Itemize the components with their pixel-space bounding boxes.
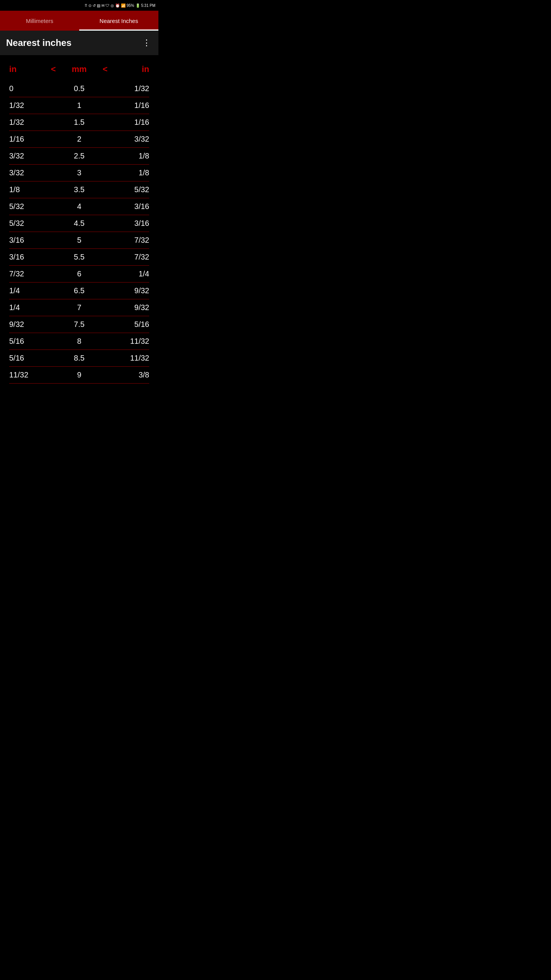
cell-in-lower: 1/8 [9,185,46,194]
table-row: 3/32 3 1/8 [9,165,149,181]
table-row: 5/16 8.5 11/32 [9,350,149,367]
tab-bar: Millimeters Nearest Inches [0,11,158,31]
cell-in-upper: 9/32 [113,286,149,295]
cell-mm: 2.5 [61,152,97,160]
cell-in-lower: 1/32 [9,101,46,110]
cell-in-upper: 1/8 [113,168,149,177]
cell-mm: 8.5 [61,354,97,363]
cell-in-upper: 1/16 [113,118,149,127]
cell-in-upper: 1/4 [113,270,149,278]
cell-mm: 8 [61,337,97,346]
col-header-in-left: in [9,64,46,74]
time-display: 5:31 PM [141,3,155,8]
cell-mm: 2 [61,135,97,144]
cell-mm: 9 [61,371,97,379]
cell-in-upper: 5/32 [113,185,149,194]
status-bar: ⠿ ⊙ ↺ ▨ ✉ 🛡 ◎ ⏰ 📶 95% 🔋 5:31 PM [0,0,158,11]
table-rows: 0 0.5 1/32 1/32 1 1/16 1/32 1.5 1/16 1/1… [9,80,149,384]
cell-in-lower: 1/16 [9,135,46,144]
cell-in-upper: 11/32 [113,337,149,346]
cell-in-lower: 3/16 [9,236,46,245]
cell-mm: 0.5 [61,84,97,93]
table-row: 0 0.5 1/32 [9,80,149,97]
cell-mm: 6 [61,270,97,278]
table-row: 1/16 2 3/32 [9,131,149,148]
refresh-icon: ↺ [93,3,96,8]
cell-in-lower: 1/4 [9,286,46,295]
cell-in-lower: 1/4 [9,303,46,312]
table-row: 1/32 1 1/16 [9,97,149,114]
table-row: 3/32 2.5 1/8 [9,148,149,165]
circle-icon: ⊙ [88,3,91,8]
cell-in-lower: 0 [9,84,46,93]
cell-in-lower: 5/16 [9,337,46,346]
clock-icon: ⏰ [115,3,120,8]
cell-mm: 3.5 [61,185,97,194]
menu-icon: ⠿ [85,3,87,8]
cell-in-lower: 3/16 [9,253,46,261]
image-icon: ▨ [97,3,100,8]
cell-in-upper: 3/32 [113,135,149,144]
page-title: Nearest inches [6,38,72,48]
cell-in-upper: 3/16 [113,219,149,228]
cell-mm: 1 [61,101,97,110]
cell-in-lower: 5/32 [9,219,46,228]
galaxy-icon: ◎ [111,3,114,8]
tab-nearest-inches[interactable]: Nearest Inches [79,11,158,31]
cell-in-lower: 9/32 [9,320,46,329]
table-row: 5/16 8 11/32 [9,333,149,350]
cell-in-upper: 3/8 [113,371,149,379]
table-row: 1/8 3.5 5/32 [9,181,149,198]
cell-in-upper: 9/32 [113,303,149,312]
cell-in-lower: 3/32 [9,152,46,160]
cell-mm: 3 [61,168,97,177]
table-header-row: in < mm < in [9,61,149,79]
table-row: 9/32 7.5 5/16 [9,316,149,333]
cell-mm: 7 [61,303,97,312]
col-header-mm: mm [61,64,97,74]
battery-icon: 🔋 [135,3,140,8]
cell-in-upper: 1/8 [113,152,149,160]
table-row: 1/32 1.5 1/16 [9,114,149,131]
cell-in-lower: 1/32 [9,118,46,127]
cell-in-lower: 5/16 [9,354,46,363]
table-row: 11/32 9 3/8 [9,367,149,384]
cell-mm: 5.5 [61,253,97,261]
cell-in-upper: 3/16 [113,202,149,211]
cell-in-upper: 1/32 [113,84,149,93]
cell-mm: 1.5 [61,118,97,127]
shield-icon: 🛡 [106,3,109,8]
col-arrow-right: < [98,64,113,74]
cell-in-lower: 7/32 [9,270,46,278]
cell-in-upper: 1/16 [113,101,149,110]
more-options-button[interactable]: ⋮ [141,36,152,49]
app-header: Nearest inches ⋮ [0,31,158,55]
table-row: 1/4 6.5 9/32 [9,283,149,299]
cell-mm: 4.5 [61,219,97,228]
col-header-in-right: in [113,64,149,74]
tab-millimeters[interactable]: Millimeters [0,11,79,31]
table-row: 5/32 4.5 3/16 [9,215,149,232]
cell-in-lower: 5/32 [9,202,46,211]
status-icons: ⠿ ⊙ ↺ ▨ ✉ 🛡 ◎ ⏰ 📶 95% 🔋 5:31 PM [85,3,155,8]
signal-icon: 📶 [121,3,126,8]
cell-mm: 4 [61,202,97,211]
cell-mm: 5 [61,236,97,245]
cell-in-upper: 7/32 [113,253,149,261]
cell-in-upper: 5/16 [113,320,149,329]
cell-in-lower: 11/32 [9,371,46,379]
mail-icon: ✉ [101,3,104,8]
cell-in-upper: 11/32 [113,354,149,363]
cell-in-upper: 7/32 [113,236,149,245]
status-bar-content: ⠿ ⊙ ↺ ▨ ✉ 🛡 ◎ ⏰ 📶 95% 🔋 5:31 PM [85,3,155,8]
conversion-table: in < mm < in 0 0.5 1/32 1/32 1 1/16 1/32… [0,55,158,390]
cell-mm: 7.5 [61,320,97,329]
table-row: 3/16 5 7/32 [9,232,149,249]
cell-mm: 6.5 [61,286,97,295]
table-row: 1/4 7 9/32 [9,299,149,316]
cell-in-lower: 3/32 [9,168,46,177]
col-arrow-left: < [46,64,61,74]
battery-text: 95% [127,3,134,8]
table-row: 7/32 6 1/4 [9,266,149,283]
table-row: 3/16 5.5 7/32 [9,249,149,266]
